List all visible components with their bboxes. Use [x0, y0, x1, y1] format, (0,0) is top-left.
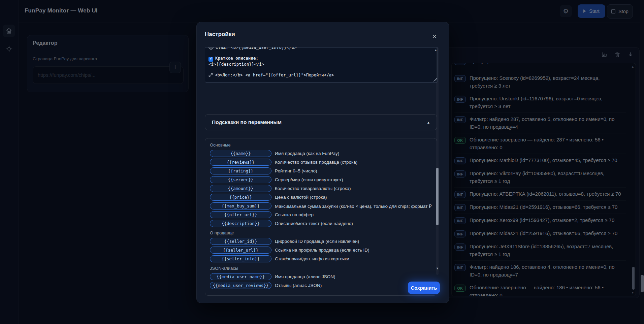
template-line: [208, 67, 433, 72]
variable-description: Цифровой ID продавца (если извлечён): [275, 239, 359, 244]
template-line-text: <i>{{description}}</i>: [208, 62, 264, 67]
variable-chip[interactable]: {{amount}}: [210, 185, 271, 192]
hint-row: {{name}}Имя продавца (как на FunPay): [210, 150, 432, 157]
variable-chip[interactable]: {{seller_info}}: [210, 255, 271, 262]
variable-description: Отзывы (алиас JSON): [275, 283, 322, 288]
hint-row: {{server}}Сервер/мир (если присутствует): [210, 176, 432, 183]
hint-group-label: JSON-алиасы: [210, 266, 432, 271]
template-textarea[interactable]: Стаж: <b>{{media_user_info}}</b> iКратко…: [205, 47, 438, 83]
hint-row: {{media_user_reviews}}Отзывы (алиас JSON…: [210, 282, 432, 289]
variable-description: Ссылка на профиль продавца (если есть ID…: [275, 248, 369, 253]
variable-chip[interactable]: {{media_user_name}}: [210, 273, 271, 280]
variable-chip[interactable]: {{max_buy_sum}}: [210, 202, 271, 209]
variable-chip[interactable]: {{seller_id}}: [210, 238, 271, 245]
hint-row: {{reviews}}Количество отзывов продавца (…: [210, 159, 432, 166]
variable-chip[interactable]: {{server}}: [210, 176, 271, 183]
close-icon: ×: [432, 32, 437, 40]
variable-description: Сервер/мир (если присутствует): [275, 177, 343, 182]
save-button[interactable]: Сохранить: [408, 282, 440, 294]
template-line: <b>Лот:</b> <a href="{{offer_url}}">Пере…: [208, 72, 433, 78]
variable-description: Максимальная сумма закупки (кол-во × цен…: [275, 203, 432, 209]
variable-description: Количество товара/валюты (строка): [275, 186, 351, 191]
settings-modal: Настройки × Стаж: <b>{{media_user_info}}…: [196, 22, 449, 303]
modal-scroll-down-icon[interactable]: ▼: [436, 267, 439, 270]
variable-description: Имя продавца (алиас JSON): [275, 274, 335, 279]
variable-description: Имя продавца (как на FunPay): [275, 151, 339, 156]
template-text: Стаж: <b>{{media_user_info}}</b> iКратко…: [208, 47, 433, 78]
hint-group-label: О продавце: [210, 230, 432, 236]
variable-description: Рейтинг 0–5 (число): [275, 168, 317, 173]
variable-description: Цена с валютой (строка): [275, 195, 327, 200]
divider: [205, 110, 437, 110]
template-line: iКраткое описание:: [208, 56, 433, 62]
variable-chip[interactable]: {{reviews}}: [210, 159, 271, 166]
modal-scrollbar-thumb[interactable]: [436, 168, 439, 225]
hints-accordion-title: Подсказки по переменным: [212, 119, 282, 125]
template-line: <i>{{description}}</i>: [208, 62, 433, 67]
variable-chip[interactable]: {{description}}: [210, 220, 271, 227]
hint-row: {{seller_url}}Ссылка на профиль продавца…: [210, 247, 432, 254]
hint-group-label: Основные: [210, 142, 432, 148]
template-line-text: Стаж: <b>{{media_user_info}}</b>: [216, 47, 297, 50]
hint-row: {{max_buy_sum}}Максимальная сумма закупк…: [210, 202, 432, 209]
variable-description: Стаж/значки/доп. инфо из карточки: [275, 256, 349, 261]
variable-chip[interactable]: {{seller_url}}: [210, 247, 271, 254]
variable-chip[interactable]: {{rating}}: [210, 167, 271, 174]
hint-row: {{media_user_name}}Имя продавца (алиас J…: [210, 273, 432, 280]
modal-title: Настройки: [205, 31, 235, 38]
variable-chip[interactable]: {{offer_url}}: [210, 211, 271, 218]
hint-row: {{price}}Цена с валютой (строка): [210, 194, 432, 201]
variable-description: Количество отзывов продавца (строка): [275, 160, 357, 165]
modal-scrollbar-track[interactable]: [436, 47, 439, 275]
info-icon: i: [208, 57, 213, 62]
chevron-up-icon: ▲: [427, 121, 430, 124]
variable-description: Описание/мета-текст (если найдено): [275, 221, 353, 226]
template-line: Стаж: <b>{{media_user_info}}</b>: [208, 47, 433, 50]
hint-row: {{amount}}Количество товара/валюты (стро…: [210, 185, 432, 192]
clock-icon: [208, 47, 214, 50]
template-line-text: <b>Лот:</b> <a href="{{offer_url}}">Пере…: [215, 72, 334, 77]
variable-chip[interactable]: {{name}}: [210, 150, 271, 157]
template-line: [208, 50, 433, 56]
hint-row: {{seller_id}}Цифровой ID продавца (если …: [210, 238, 432, 245]
variable-description: Ссылка на оффер: [275, 212, 314, 217]
variable-chip[interactable]: {{price}}: [210, 194, 271, 201]
variable-hints-panel: Основные{{name}}Имя продавца (как на Fun…: [205, 138, 437, 296]
template-line-text: Краткое описание:: [215, 56, 258, 61]
hint-row: {{description}}Описание/мета-текст (если…: [210, 220, 432, 227]
close-button[interactable]: ×: [430, 32, 439, 40]
variable-chip[interactable]: {{media_user_reviews}}: [210, 282, 271, 289]
hint-row: {{seller_info}}Стаж/значки/доп. инфо из …: [210, 255, 432, 262]
link-icon: [208, 73, 213, 77]
hint-row: {{rating}}Рейтинг 0–5 (число): [210, 167, 432, 174]
hint-row: {{offer_url}}Ссылка на оффер: [210, 211, 432, 218]
hints-accordion-header[interactable]: Подсказки по переменным ▲: [205, 114, 437, 130]
